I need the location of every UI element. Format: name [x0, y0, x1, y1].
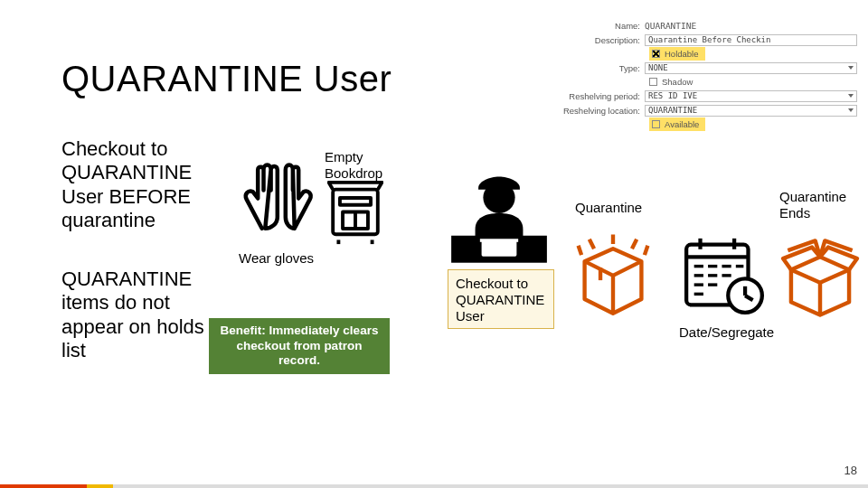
reshelving-period-dropdown[interactable]: RES ID IVE — [645, 90, 857, 102]
available-checkbox[interactable] — [652, 120, 660, 128]
available-label: Available — [665, 119, 699, 129]
svg-rect-8 — [480, 239, 518, 242]
open-package-icon — [779, 230, 861, 318]
bookdrop-icon — [327, 181, 383, 246]
holdable-checkbox[interactable] — [652, 50, 660, 58]
field-label-reshelving-location: Reshelving location: — [559, 106, 645, 116]
label-empty-bookdrop: Empty Bookdrop — [325, 149, 382, 182]
shadow-checkbox[interactable] — [649, 78, 657, 86]
holdable-label: Holdable — [665, 49, 699, 59]
shadow-label: Shadow — [662, 77, 693, 87]
field-value-name: QUARANTINE — [645, 21, 696, 31]
svg-rect-1 — [340, 198, 371, 205]
type-dropdown[interactable]: NONE — [645, 62, 857, 74]
field-label-name: Name: — [559, 21, 645, 31]
svg-rect-7 — [482, 240, 517, 257]
label-date-segregate: Date/Segregate — [679, 324, 774, 340]
reshelving-location-dropdown[interactable]: QUARANTINE — [645, 105, 857, 117]
checkout-to-quarantine-box: Checkout to QUARANTINE User — [448, 269, 554, 329]
benefit-callout: Benefit: Immediately clears checkout fro… — [209, 318, 390, 374]
calendar-clock-icon — [682, 233, 767, 316]
label-quarantine: Quarantine — [575, 200, 642, 215]
librarian-desk-icon — [443, 174, 555, 267]
page-title: QUARANTINE User — [61, 59, 392, 99]
label-wear-gloves: Wear gloves — [239, 250, 314, 266]
gloves-icon — [235, 154, 316, 235]
description-input[interactable]: Quarantine Before Checkin — [645, 34, 857, 46]
field-label-description: Description: — [559, 35, 645, 45]
page-number: 18 — [844, 464, 857, 477]
subheading-no-holds: QUARANTINE items do not appear on holds … — [61, 267, 224, 363]
package-icon — [573, 231, 653, 318]
subheading-checkout-before: Checkout to QUARANTINE User BEFORE quara… — [61, 137, 224, 233]
user-record-panel: Name:QUARANTINE Description:Quarantine B… — [559, 18, 857, 131]
field-label-reshelving-period: Reshelving period: — [559, 91, 645, 101]
label-quarantine-ends: Quarantine Ends — [779, 189, 846, 221]
field-label-type: Type: — [559, 63, 645, 73]
footer-accent-bar — [0, 484, 868, 488]
